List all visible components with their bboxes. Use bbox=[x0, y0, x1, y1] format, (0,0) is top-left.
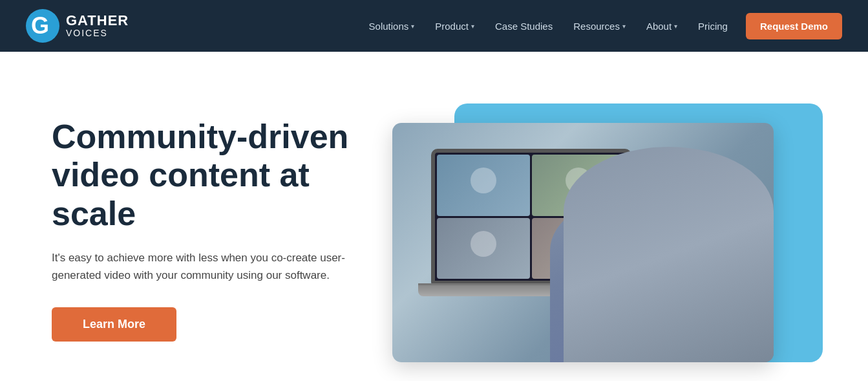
resources-label: Resources bbox=[573, 21, 620, 32]
about-label: About bbox=[646, 21, 672, 32]
pricing-label: Pricing bbox=[698, 21, 728, 32]
product-chevron-icon: ▾ bbox=[471, 23, 474, 30]
logo-icon: G bbox=[26, 9, 59, 43]
video-participant-3 bbox=[437, 218, 531, 279]
solutions-chevron-icon: ▾ bbox=[411, 23, 414, 30]
resources-chevron-icon: ▾ bbox=[622, 23, 626, 30]
solutions-label: Solutions bbox=[369, 21, 409, 32]
hero-subtitle: It's easy to achieve more with less when… bbox=[52, 249, 349, 284]
hero-image-area bbox=[388, 91, 816, 369]
person-back bbox=[564, 147, 774, 362]
hero-title: Community-driven video content at scale bbox=[52, 118, 362, 234]
about-chevron-icon: ▾ bbox=[674, 23, 677, 30]
hero-image bbox=[392, 123, 774, 362]
logo-voices: VOICES bbox=[66, 28, 129, 38]
logo[interactable]: G GATHER VOICES bbox=[26, 9, 129, 43]
case-studies-label: Case Studies bbox=[495, 21, 553, 32]
navbar: G GATHER VOICES Solutions ▾ Product ▾ Ca… bbox=[0, 0, 868, 52]
nav-item-solutions[interactable]: Solutions ▾ bbox=[360, 16, 424, 37]
learn-more-button[interactable]: Learn More bbox=[52, 307, 176, 342]
hero-section: Community-driven video content at scale … bbox=[0, 52, 868, 381]
video-participant-1 bbox=[437, 155, 531, 216]
video-call-illustration bbox=[392, 123, 774, 362]
hero-content: Community-driven video content at scale … bbox=[52, 118, 388, 342]
nav-item-about[interactable]: About ▾ bbox=[637, 16, 686, 37]
request-demo-button[interactable]: Request Demo bbox=[746, 13, 842, 39]
nav-item-product[interactable]: Product ▾ bbox=[426, 16, 483, 37]
nav-item-resources[interactable]: Resources ▾ bbox=[564, 16, 635, 37]
nav-item-case-studies[interactable]: Case Studies bbox=[486, 16, 562, 37]
nav-links: Solutions ▾ Product ▾ Case Studies Resou… bbox=[360, 13, 842, 39]
svg-text:G: G bbox=[31, 12, 49, 39]
product-label: Product bbox=[435, 21, 469, 32]
nav-item-pricing[interactable]: Pricing bbox=[689, 16, 737, 37]
logo-text: GATHER VOICES bbox=[66, 13, 129, 39]
logo-gather: GATHER bbox=[66, 13, 129, 28]
